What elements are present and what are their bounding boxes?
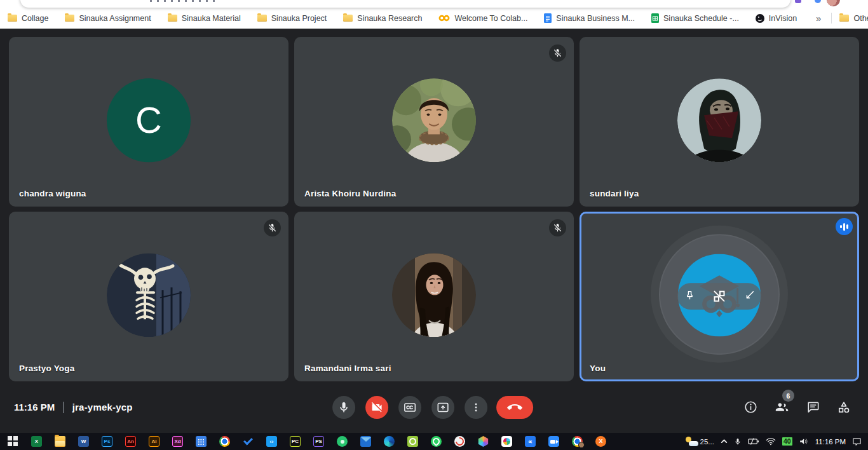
bookmarks-overflow-chevron[interactable]: » [813,13,824,24]
minimize-tile-button[interactable] [742,289,756,303]
taskbar-videocall-icon[interactable] [542,433,566,450]
more-options-button[interactable] [465,396,487,419]
bookmark-label: Collage [22,14,48,23]
taskbar-chrome-icon[interactable] [213,433,236,450]
taskbar-android-icon[interactable] [330,433,354,450]
tray-microphone[interactable] [734,433,742,450]
bookmark-item[interactable]: InVision [756,14,797,23]
taskbar-apps: XWPsAnAiXdPCPS∝X [0,433,613,450]
bookmark-item[interactable]: Sinauka Project [257,14,327,23]
weather-tray-item[interactable]: 25... [684,433,714,450]
taskbar-xampp-icon[interactable]: X [589,433,613,450]
bookmark-label: InVision [769,14,797,23]
pin-tile-button[interactable] [683,289,696,303]
meet-video-grid: C chandra wiguna Arista Khoiru Nurdina s… [9,37,859,381]
camera-button[interactable] [365,396,388,419]
taskbar-whatsapp-icon[interactable] [424,433,448,450]
leave-call-button[interactable] [496,396,533,419]
taskbar-pycharm-icon[interactable]: PC [283,433,307,450]
bookmark-item[interactable]: Sinauka Business M... [544,13,635,23]
bookmark-label: Sinauka Material [182,14,241,23]
show-everyone-button[interactable]: 6 [774,399,790,415]
participant-tile[interactable]: You [580,212,859,381]
meeting-details-icon [743,400,758,414]
chat-button[interactable] [806,400,820,414]
tray-battery-percent[interactable]: 40 [782,433,792,450]
taskbar-clock[interactable]: 11:16 PM [815,433,846,450]
participant-photo [392,253,476,337]
microphone-icon [337,401,350,414]
folder-icon [65,15,74,22]
taskbar-excel-icon[interactable]: X [25,433,48,450]
other-bookmarks-button[interactable]: Other bookmarks [839,14,868,23]
taskbar-recorder-icon[interactable] [448,433,471,450]
taskbar-xd-icon[interactable]: Xd [166,433,189,450]
mic-off-icon [553,223,562,233]
extension-icon[interactable] [815,0,821,3]
tray-wifi[interactable] [766,433,776,450]
bookmark-item[interactable]: Sinauka Material [168,14,241,23]
participant-tile[interactable]: Arista Khoiru Nurdina [294,37,574,207]
taskbar-phpstorm-icon[interactable]: PS [307,433,330,450]
taskbar-word-icon[interactable]: W [72,433,95,450]
address-bar[interactable] [20,0,790,8]
taskbar-mail-icon[interactable] [354,433,377,450]
participant-name: You [590,364,606,373]
tray-mic-icon [734,437,742,446]
taskbar-animate-icon[interactable]: An [119,433,142,450]
participant-name: Prastyo Yoga [19,364,74,373]
taskbar-calendar-icon[interactable] [189,433,213,450]
participant-name: Arista Khoiru Nurdina [304,189,396,198]
participant-tile[interactable]: Prastyo Yoga [9,212,288,381]
bookmark-item[interactable]: Welcome To Colab... [438,14,527,23]
taskbar-hexagon-icon[interactable] [471,433,495,450]
extension-icon[interactable] [795,0,801,3]
mic-button[interactable] [332,396,355,419]
bookmark-label: Sinauka Project [271,14,327,23]
meeting-info: 11:16 PM jra-ymek-ycp [14,402,133,413]
taskbar-vscode-icon[interactable] [260,433,283,450]
taskbar-illustrator-icon[interactable]: Ai [142,433,166,450]
meeting-details-button[interactable] [743,400,758,414]
folder-icon [343,15,353,22]
bookmarks-bar: CollageSinauka AssignmentSinauka Materia… [0,8,868,29]
bookmark-item[interactable]: Sinauka Assignment [65,14,151,23]
participant-tile[interactable]: C chandra wiguna [9,37,288,207]
browser-profile-avatar[interactable] [827,0,840,6]
initial-avatar: C [107,78,191,162]
bookmark-label: Welcome To Colab... [454,14,527,23]
present-button[interactable] [431,396,454,419]
tray-overflow-chevron[interactable] [721,433,728,450]
taskbar-photoshop-icon[interactable]: Ps [95,433,119,450]
participant-name: chandra wiguna [19,189,86,198]
action-center-icon [852,437,862,446]
google-sheets-icon [651,13,659,23]
folder-icon [8,15,17,22]
taskbar-todo-check-icon[interactable] [236,433,260,450]
taskbar-camera-green-icon[interactable] [401,433,424,450]
call-controls [332,396,533,419]
taskbar-slack-icon[interactable] [495,433,519,450]
bookmark-item[interactable]: Collage [8,14,48,23]
remove-tile-button[interactable] [710,287,729,306]
captions-button[interactable] [398,396,421,419]
bookmark-item[interactable]: Sinauka Research [343,14,422,23]
tray-volume-icon [799,437,809,446]
folder-icon [839,15,849,22]
participant-count-badge: 6 [782,390,794,402]
tray-battery[interactable] [748,433,759,450]
taskbar-chrome-profile-icon[interactable] [566,433,589,450]
participant-tile[interactable]: sundari liya [580,37,859,207]
pin-icon [683,289,696,303]
taskbar-edge-icon[interactable] [377,433,401,450]
taskbar-oc-icon[interactable]: ∝ [519,433,542,450]
taskbar-windows-icon[interactable] [1,433,25,450]
action-center-button[interactable] [852,433,862,450]
tray-volume[interactable] [799,433,809,450]
clipped-url-text [150,0,220,2]
taskbar-explorer-icon[interactable] [48,433,72,450]
participant-tile[interactable]: Ramandani Irma sari [294,212,574,381]
bookmark-item[interactable]: Sinauka Schedule -... [651,13,739,23]
activities-button[interactable] [836,400,851,415]
more-options-icon [470,401,482,414]
